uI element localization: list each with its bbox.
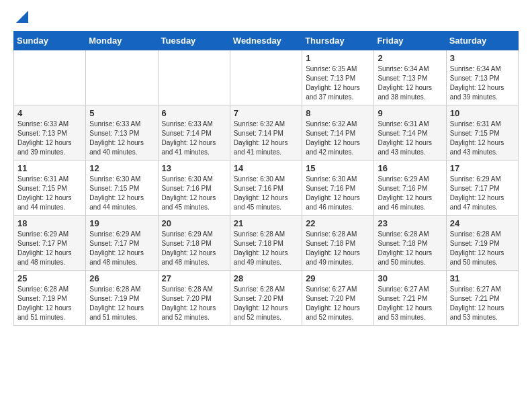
day-number: 17 (450, 163, 515, 173)
calendar-cell: 21Sunrise: 6:28 AMSunset: 7:18 PMDayligh… (230, 216, 302, 271)
calendar-week-row: 4Sunrise: 6:33 AMSunset: 7:13 PMDaylight… (14, 105, 519, 161)
day-info: Sunrise: 6:30 AMSunset: 7:16 PMDaylight:… (162, 175, 226, 212)
weekday-header-saturday: Saturday (446, 32, 518, 50)
day-info: Sunrise: 6:33 AMSunset: 7:13 PMDaylight:… (17, 120, 82, 157)
calendar-week-row: 18Sunrise: 6:29 AMSunset: 7:17 PMDayligh… (14, 216, 519, 271)
calendar-cell: 6Sunrise: 6:33 AMSunset: 7:14 PMDaylight… (158, 105, 230, 161)
calendar-week-row: 25Sunrise: 6:28 AMSunset: 7:19 PMDayligh… (14, 271, 519, 326)
day-info: Sunrise: 6:28 AMSunset: 7:20 PMDaylight:… (234, 285, 298, 322)
calendar-header-row: SundayMondayTuesdayWednesdayThursdayFrid… (14, 32, 519, 50)
calendar-cell: 5Sunrise: 6:33 AMSunset: 7:13 PMDaylight… (86, 105, 158, 161)
day-info: Sunrise: 6:27 AMSunset: 7:21 PMDaylight:… (450, 285, 515, 322)
calendar-cell: 4Sunrise: 6:33 AMSunset: 7:13 PMDaylight… (14, 105, 86, 161)
day-number: 31 (450, 273, 515, 283)
day-info: Sunrise: 6:30 AMSunset: 7:16 PMDaylight:… (306, 175, 370, 212)
weekday-header-sunday: Sunday (14, 32, 86, 50)
day-info: Sunrise: 6:31 AMSunset: 7:15 PMDaylight:… (450, 120, 515, 157)
day-number: 18 (17, 218, 82, 228)
day-number: 22 (306, 218, 370, 228)
day-info: Sunrise: 6:30 AMSunset: 7:15 PMDaylight:… (89, 175, 154, 212)
day-info: Sunrise: 6:34 AMSunset: 7:13 PMDaylight:… (450, 64, 515, 102)
day-info: Sunrise: 6:27 AMSunset: 7:21 PMDaylight:… (378, 285, 442, 322)
day-info: Sunrise: 6:34 AMSunset: 7:13 PMDaylight:… (378, 64, 442, 102)
calendar-cell: 24Sunrise: 6:28 AMSunset: 7:19 PMDayligh… (446, 216, 518, 271)
calendar-cell: 12Sunrise: 6:30 AMSunset: 7:15 PMDayligh… (86, 161, 158, 216)
logo-triangle-icon (16, 11, 28, 23)
day-info: Sunrise: 6:31 AMSunset: 7:15 PMDaylight:… (17, 175, 82, 212)
calendar-cell: 10Sunrise: 6:31 AMSunset: 7:15 PMDayligh… (446, 105, 518, 161)
calendar-cell: 25Sunrise: 6:28 AMSunset: 7:19 PMDayligh… (14, 271, 86, 326)
day-number: 4 (17, 108, 82, 118)
calendar-cell: 13Sunrise: 6:30 AMSunset: 7:16 PMDayligh… (158, 161, 230, 216)
weekday-header-monday: Monday (86, 32, 158, 50)
calendar-cell: 9Sunrise: 6:31 AMSunset: 7:14 PMDaylight… (374, 105, 446, 161)
page: SundayMondayTuesdayWednesdayThursdayFrid… (0, 0, 532, 336)
day-info: Sunrise: 6:28 AMSunset: 7:18 PMDaylight:… (234, 230, 298, 267)
day-number: 2 (378, 53, 442, 63)
day-number: 7 (234, 108, 298, 118)
day-number: 30 (378, 273, 442, 283)
day-info: Sunrise: 6:31 AMSunset: 7:14 PMDaylight:… (378, 120, 442, 157)
weekday-header-thursday: Thursday (302, 32, 374, 50)
weekday-header-tuesday: Tuesday (158, 32, 230, 50)
calendar-cell: 20Sunrise: 6:29 AMSunset: 7:18 PMDayligh… (158, 216, 230, 271)
day-number: 21 (234, 218, 298, 228)
calendar-cell: 1Sunrise: 6:35 AMSunset: 7:13 PMDaylight… (302, 50, 374, 105)
day-info: Sunrise: 6:28 AMSunset: 7:20 PMDaylight:… (162, 285, 226, 322)
day-number: 10 (450, 108, 515, 118)
day-number: 8 (306, 108, 370, 118)
day-number: 20 (162, 218, 226, 228)
calendar-cell: 17Sunrise: 6:29 AMSunset: 7:17 PMDayligh… (446, 161, 518, 216)
calendar-cell (158, 50, 230, 105)
day-number: 16 (378, 163, 442, 173)
day-number: 14 (234, 163, 298, 173)
calendar-cell: 19Sunrise: 6:29 AMSunset: 7:17 PMDayligh… (86, 216, 158, 271)
day-info: Sunrise: 6:28 AMSunset: 7:18 PMDaylight:… (378, 230, 442, 267)
day-info: Sunrise: 6:28 AMSunset: 7:19 PMDaylight:… (450, 230, 515, 267)
day-number: 6 (162, 108, 226, 118)
day-info: Sunrise: 6:33 AMSunset: 7:13 PMDaylight:… (89, 120, 154, 157)
day-number: 23 (378, 218, 442, 228)
svg-marker-0 (16, 11, 28, 23)
day-number: 5 (89, 108, 154, 118)
day-info: Sunrise: 6:29 AMSunset: 7:17 PMDaylight:… (450, 175, 515, 212)
calendar-week-row: 11Sunrise: 6:31 AMSunset: 7:15 PMDayligh… (14, 161, 519, 216)
calendar-cell: 14Sunrise: 6:30 AMSunset: 7:16 PMDayligh… (230, 161, 302, 216)
day-info: Sunrise: 6:29 AMSunset: 7:18 PMDaylight:… (162, 230, 226, 267)
calendar-cell: 15Sunrise: 6:30 AMSunset: 7:16 PMDayligh… (302, 161, 374, 216)
day-info: Sunrise: 6:28 AMSunset: 7:19 PMDaylight:… (17, 285, 82, 322)
weekday-header-friday: Friday (374, 32, 446, 50)
calendar-cell: 27Sunrise: 6:28 AMSunset: 7:20 PMDayligh… (158, 271, 230, 326)
calendar-cell: 2Sunrise: 6:34 AMSunset: 7:13 PMDaylight… (374, 50, 446, 105)
day-number: 3 (450, 53, 515, 63)
day-info: Sunrise: 6:29 AMSunset: 7:17 PMDaylight:… (17, 230, 82, 267)
weekday-header-wednesday: Wednesday (230, 32, 302, 50)
day-info: Sunrise: 6:28 AMSunset: 7:19 PMDaylight:… (89, 285, 154, 322)
day-number: 29 (306, 273, 370, 283)
day-number: 27 (162, 273, 226, 283)
day-number: 11 (17, 163, 82, 173)
day-info: Sunrise: 6:32 AMSunset: 7:14 PMDaylight:… (306, 120, 370, 157)
calendar-cell: 22Sunrise: 6:28 AMSunset: 7:18 PMDayligh… (302, 216, 374, 271)
calendar-cell: 18Sunrise: 6:29 AMSunset: 7:17 PMDayligh… (14, 216, 86, 271)
calendar-cell: 29Sunrise: 6:27 AMSunset: 7:20 PMDayligh… (302, 271, 374, 326)
day-number: 24 (450, 218, 515, 228)
day-info: Sunrise: 6:29 AMSunset: 7:17 PMDaylight:… (89, 230, 154, 267)
day-number: 9 (378, 108, 442, 118)
day-info: Sunrise: 6:30 AMSunset: 7:16 PMDaylight:… (234, 175, 298, 212)
logo-area (13, 11, 30, 23)
day-number: 12 (89, 163, 154, 173)
calendar-cell: 11Sunrise: 6:31 AMSunset: 7:15 PMDayligh… (14, 161, 86, 216)
calendar-table: SundayMondayTuesdayWednesdayThursdayFrid… (13, 31, 519, 326)
day-number: 1 (306, 53, 370, 63)
logo (13, 11, 30, 23)
day-number: 28 (234, 273, 298, 283)
calendar-cell (230, 50, 302, 105)
calendar-cell (86, 50, 158, 105)
calendar-cell: 31Sunrise: 6:27 AMSunset: 7:21 PMDayligh… (446, 271, 518, 326)
calendar-week-row: 1Sunrise: 6:35 AMSunset: 7:13 PMDaylight… (14, 50, 519, 105)
day-info: Sunrise: 6:32 AMSunset: 7:14 PMDaylight:… (234, 120, 298, 157)
calendar-cell: 23Sunrise: 6:28 AMSunset: 7:18 PMDayligh… (374, 216, 446, 271)
header (13, 11, 519, 23)
day-number: 13 (162, 163, 226, 173)
